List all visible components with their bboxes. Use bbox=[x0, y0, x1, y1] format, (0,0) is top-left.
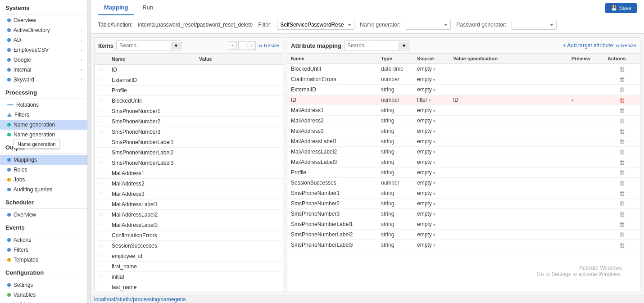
items-list-row[interactable]: ⠿ SessionSuccesses bbox=[95, 241, 283, 251]
items-list-row[interactable]: ⠿ SmsPhoneNumberLabel2 bbox=[95, 148, 283, 158]
items-list-row[interactable]: ⠿ MailAddress2 bbox=[95, 179, 283, 189]
filter-select[interactable]: SelfServicePasswordRese bbox=[277, 20, 354, 30]
add-target-attribute-button[interactable]: + Add target attribute bbox=[563, 42, 613, 49]
delete-attr-button[interactable]: 🗑 bbox=[617, 118, 627, 124]
items-list-row[interactable]: ⠿ ExternalID bbox=[95, 75, 283, 86]
preview-dropdown[interactable]: ▾ bbox=[571, 98, 574, 103]
sidebar-item-filters-events[interactable]: Filters bbox=[0, 245, 87, 255]
delete-attr-button[interactable]: 🗑 bbox=[617, 107, 627, 114]
items-list-row[interactable]: ⠿ MailAddress3 bbox=[95, 189, 283, 199]
items-list-row[interactable]: ⠿ SmsPhoneNumberLabel3 bbox=[95, 158, 283, 168]
items-list-row[interactable]: ⠿ initial bbox=[95, 272, 283, 282]
items-nav-next[interactable]: › bbox=[248, 41, 256, 50]
source-dropdown-arrow[interactable]: ▾ bbox=[433, 222, 435, 227]
sidebar-item-filters-processing[interactable]: Filters bbox=[0, 110, 87, 120]
delete-attr-button[interactable]: 🗑 bbox=[617, 180, 627, 186]
source-dropdown-arrow[interactable]: ▾ bbox=[433, 150, 435, 154]
sidebar-item-overview-scheduler[interactable]: Overview bbox=[0, 210, 87, 220]
source-dropdown-arrow[interactable]: ▾ bbox=[433, 109, 435, 113]
source-dropdown-arrow[interactable]: ▾ bbox=[433, 191, 435, 196]
delete-attr-button[interactable]: 🗑 bbox=[617, 138, 627, 145]
delete-attr-button[interactable]: 🗑 bbox=[617, 200, 627, 207]
items-resize-btn[interactable]: ⇔ Resize bbox=[259, 43, 279, 49]
source-dropdown-arrow[interactable]: ▾ bbox=[433, 67, 435, 72]
delete-attr-button[interactable]: 🗑 bbox=[617, 128, 627, 135]
sidebar-item-name-generation-2[interactable]: Name generation Name generation bbox=[0, 130, 87, 140]
delete-attr-button[interactable]: 🗑 bbox=[617, 231, 627, 238]
source-dropdown-arrow[interactable]: ▾ bbox=[433, 119, 435, 123]
sidebar-item-mappings[interactable]: Mappings bbox=[0, 155, 87, 165]
source-dropdown-arrow[interactable]: ▾ bbox=[433, 77, 435, 82]
items-list-row[interactable]: ⠿ SmsPhoneNumber3 bbox=[95, 127, 283, 137]
delete-attr-button[interactable]: 🗑 bbox=[617, 76, 627, 83]
password-generator-select[interactable] bbox=[512, 20, 557, 30]
sidebar-item-auditing-queries[interactable]: Auditing queries bbox=[0, 185, 87, 194]
name-generator-select[interactable] bbox=[406, 20, 451, 30]
items-list-row[interactable]: ⠿ SmsPhoneNumber1 bbox=[95, 106, 283, 117]
items-list-row[interactable]: ⠿ last_name bbox=[95, 282, 283, 291]
items-list-row[interactable]: ⠿ Profile bbox=[95, 86, 283, 96]
items-list-row[interactable]: ⠿ SmsPhoneNumberLabel1 bbox=[95, 137, 283, 148]
attr-resize-btn[interactable]: ⇔ Resize bbox=[616, 43, 636, 49]
source-dropdown-arrow[interactable]: ▾ bbox=[433, 233, 435, 237]
source-dropdown-arrow[interactable]: ▾ bbox=[429, 98, 431, 103]
source-dropdown-arrow[interactable]: ▾ bbox=[433, 181, 435, 185]
sidebar-item-employeecsv[interactable]: EmployeeCSV › bbox=[0, 45, 87, 55]
delete-attr-button[interactable]: 🗑 bbox=[617, 221, 627, 228]
delete-attr-button[interactable]: 🗑 bbox=[617, 66, 627, 72]
attr-search-input[interactable] bbox=[345, 41, 399, 50]
item-value-cell bbox=[195, 214, 283, 215]
sidebar-item-overview-systems[interactable]: Overview bbox=[0, 15, 87, 25]
attr-col-name: Name bbox=[287, 55, 377, 62]
items-list-row[interactable]: ⠿ SmsPhoneNumber2 bbox=[95, 117, 283, 127]
sidebar-item-skyward[interactable]: Skyward › bbox=[0, 75, 87, 85]
sidebar-item-activedirectory[interactable]: ActiveDirectory › bbox=[0, 25, 87, 35]
delete-attr-button[interactable]: 🗑 bbox=[617, 149, 627, 155]
sidebar-item-ad[interactable]: AD › bbox=[0, 35, 87, 45]
items-search-input[interactable] bbox=[117, 41, 171, 50]
sidebar-item-settings[interactable]: Settings bbox=[0, 280, 87, 290]
items-list-row[interactable]: ⠿ MailAddressLabel3 bbox=[95, 220, 283, 231]
sidebar-item-actions[interactable]: Actions bbox=[0, 235, 87, 245]
source-dropdown-arrow[interactable]: ▾ bbox=[433, 88, 435, 92]
delete-attr-button[interactable]: 🗑 bbox=[617, 169, 627, 176]
source-dropdown-arrow[interactable]: ▾ bbox=[433, 140, 435, 144]
items-nav-square[interactable] bbox=[238, 41, 246, 50]
delete-attr-button[interactable]: 🗑 bbox=[617, 242, 627, 249]
sidebar-item-google[interactable]: Google › bbox=[0, 55, 87, 65]
sidebar-item-variables[interactable]: Variables bbox=[0, 290, 87, 300]
items-nav-prev[interactable]: ‹ bbox=[229, 41, 237, 50]
delete-attr-button[interactable]: 🗑 bbox=[617, 86, 627, 93]
source-dropdown-arrow[interactable]: ▾ bbox=[433, 171, 435, 175]
source-dropdown-arrow[interactable]: ▾ bbox=[433, 202, 435, 206]
sidebar-item-templates[interactable]: Templates bbox=[0, 255, 87, 265]
delete-attr-button[interactable]: 🗑 bbox=[617, 190, 627, 197]
attr-search-dropdown-btn[interactable]: ▼ bbox=[399, 42, 409, 50]
items-list-row[interactable]: ⠿ MailAddressLabel2 bbox=[95, 210, 283, 220]
tab-mapping[interactable]: Mapping bbox=[98, 0, 134, 15]
sidebar-item-internal[interactable]: internal › bbox=[0, 65, 87, 75]
delete-attr-button[interactable]: 🗑 bbox=[617, 97, 627, 104]
delete-attr-button[interactable]: 🗑 bbox=[617, 211, 627, 217]
delete-attr-button[interactable]: 🗑 bbox=[617, 159, 627, 166]
items-list-row[interactable]: ⠿ BlockedUntil bbox=[95, 96, 283, 106]
items-search-dropdown-btn[interactable]: ▼ bbox=[171, 42, 181, 50]
items-list-row[interactable]: ⠿ first_name bbox=[95, 262, 283, 272]
items-list-row[interactable]: ⠿ ConfirmationErrors bbox=[95, 231, 283, 241]
sidebar-item-validation[interactable]: Validation bbox=[0, 300, 87, 303]
source-dropdown-arrow[interactable]: ▾ bbox=[433, 160, 435, 165]
sidebar-item-roles[interactable]: Roles bbox=[0, 165, 87, 175]
sidebar-item-name-generation-1[interactable]: Name generation bbox=[0, 120, 87, 130]
sidebar-item-relations[interactable]: Relations bbox=[0, 100, 87, 110]
items-list-row[interactable]: ⠿ ID bbox=[95, 65, 283, 75]
source-dropdown-arrow[interactable]: ▾ bbox=[433, 212, 435, 217]
items-list-row[interactable]: ⠿ employee_id bbox=[95, 251, 283, 262]
items-list-row[interactable]: ⠿ MailAddressLabel1 bbox=[95, 199, 283, 210]
source-dropdown-arrow[interactable]: ▾ bbox=[433, 243, 435, 248]
save-button[interactable]: 💾 Save bbox=[605, 3, 637, 13]
sidebar-item-jobs[interactable]: Jobs bbox=[0, 175, 87, 185]
tab-run[interactable]: Run bbox=[136, 0, 159, 15]
source-dropdown-arrow[interactable]: ▾ bbox=[433, 129, 435, 134]
item-value-cell bbox=[195, 173, 283, 174]
items-list-row[interactable]: ⠿ MailAddress1 bbox=[95, 168, 283, 179]
